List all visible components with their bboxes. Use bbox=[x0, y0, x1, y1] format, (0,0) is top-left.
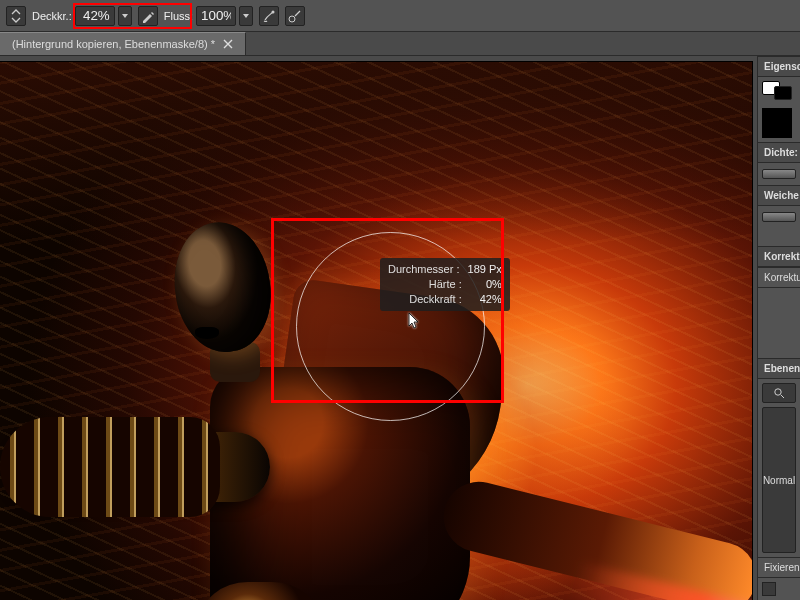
right-panel: Eigenschaften Dichte: Weiche Kante: Korr… bbox=[757, 56, 800, 600]
document-tab[interactable]: (Hintergrund kopieren, Ebenenmaske/8) * bbox=[0, 32, 246, 55]
hud-diameter-label: Durchmesser : bbox=[388, 262, 460, 277]
svg-point-2 bbox=[775, 389, 781, 395]
opacity-input[interactable] bbox=[75, 6, 115, 26]
hud-diameter-value: 189 Px bbox=[468, 262, 502, 277]
canvas[interactable]: Durchmesser :189 Px Härte :0% Deckkraft … bbox=[0, 62, 752, 600]
canvas-area: Durchmesser :189 Px Härte :0% Deckkraft … bbox=[0, 56, 757, 600]
flow-group: Fluss: bbox=[164, 6, 253, 26]
chevron-down-icon bbox=[122, 14, 128, 18]
opacity-dropdown[interactable] bbox=[118, 6, 132, 26]
panel-header-corrections[interactable]: Korrekturen bbox=[758, 246, 800, 267]
figure-mouth bbox=[195, 327, 219, 339]
panel-header-layers[interactable]: Ebenen bbox=[758, 358, 800, 379]
cursor-icon bbox=[408, 312, 422, 330]
pen-pressure-icon bbox=[140, 8, 156, 24]
dropdown-button[interactable] bbox=[6, 6, 26, 26]
document-tabs: (Hintergrund kopieren, Ebenenmaske/8) * bbox=[0, 32, 800, 56]
pen-size-icon bbox=[287, 8, 303, 24]
airbrush-icon bbox=[261, 8, 277, 24]
layer-filter-search[interactable] bbox=[762, 383, 796, 403]
density-slider[interactable] bbox=[762, 169, 796, 179]
flow-dropdown[interactable] bbox=[239, 6, 253, 26]
workspace: Durchmesser :189 Px Härte :0% Deckkraft … bbox=[0, 56, 800, 600]
panel-label-correction: Korrektur bbox=[758, 267, 800, 288]
blend-mode-select[interactable]: Normal bbox=[762, 407, 796, 553]
mouse-cursor bbox=[408, 312, 422, 330]
panel-label-density: Dichte: bbox=[758, 142, 800, 163]
opacity-label: Deckkr.: bbox=[32, 10, 72, 22]
lock-checkbox[interactable] bbox=[762, 582, 776, 596]
mask-icon[interactable] bbox=[774, 86, 792, 100]
airbrush-button[interactable] bbox=[259, 6, 279, 26]
figure-head bbox=[166, 216, 278, 358]
figure-gauntlet bbox=[0, 417, 220, 517]
close-icon[interactable] bbox=[223, 39, 233, 49]
panel-label-lock: Fixieren: bbox=[758, 557, 800, 578]
updown-icon bbox=[8, 8, 24, 24]
document-tab-title: (Hintergrund kopieren, Ebenenmaske/8) * bbox=[12, 38, 215, 50]
opacity-group: Deckkr.: bbox=[32, 6, 132, 26]
panel-label-feather: Weiche Kante: bbox=[758, 185, 800, 206]
brush-hud: Durchmesser :189 Px Härte :0% Deckkraft … bbox=[380, 258, 510, 311]
feather-slider[interactable] bbox=[762, 212, 796, 222]
hud-hardness-value: 0% bbox=[470, 277, 502, 292]
blend-mode-label: Normal bbox=[763, 475, 795, 486]
properties-icons bbox=[758, 77, 800, 104]
hud-opacity-label: Deckkraft : bbox=[409, 292, 462, 307]
hud-hardness-label: Härte : bbox=[429, 277, 462, 292]
chevron-down-icon bbox=[243, 14, 249, 18]
options-bar: Deckkr.: Fluss: bbox=[0, 0, 800, 32]
svg-point-1 bbox=[289, 16, 295, 22]
search-icon bbox=[773, 387, 785, 399]
mask-preview[interactable] bbox=[762, 108, 792, 138]
svg-point-0 bbox=[272, 10, 275, 13]
hud-opacity-value: 42% bbox=[470, 292, 502, 307]
panel-header-properties[interactable]: Eigenschaften bbox=[758, 56, 800, 77]
pressure-opacity-button[interactable] bbox=[138, 6, 158, 26]
flow-label: Fluss: bbox=[164, 10, 193, 22]
pressure-size-button[interactable] bbox=[285, 6, 305, 26]
flow-input[interactable] bbox=[196, 6, 236, 26]
